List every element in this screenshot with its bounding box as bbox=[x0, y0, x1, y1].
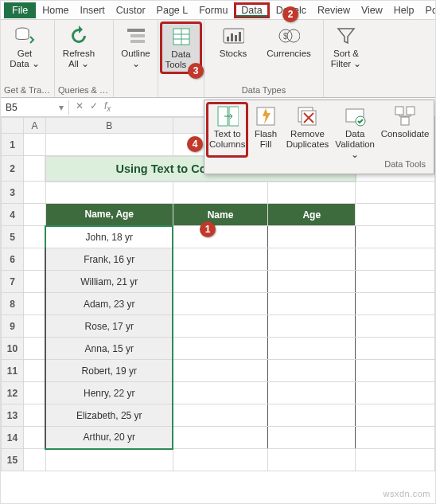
select-all-cell[interactable] bbox=[2, 118, 24, 134]
flash-fill-icon bbox=[255, 105, 277, 127]
data-validation-icon bbox=[344, 105, 366, 127]
cell[interactable]: William, 21 yr bbox=[45, 271, 173, 293]
cell[interactable]: John, 18 yr bbox=[45, 226, 173, 248]
row-header[interactable]: 8 bbox=[2, 293, 24, 315]
col-header[interactable]: A bbox=[23, 118, 45, 134]
currencies-icon: $ bbox=[278, 25, 300, 47]
row-header[interactable]: 12 bbox=[2, 382, 24, 404]
callout-2: 2 bbox=[282, 6, 298, 22]
tab-power[interactable]: Power bbox=[421, 2, 436, 18]
remove-duplicates-button[interactable]: RemoveDuplicates bbox=[285, 104, 331, 156]
svg-text:$: $ bbox=[283, 32, 288, 41]
table-header[interactable]: Name, Age bbox=[45, 204, 173, 226]
funnel-icon bbox=[335, 25, 357, 47]
cell[interactable] bbox=[173, 338, 268, 360]
tab-custom[interactable]: Custor bbox=[111, 2, 150, 18]
cell[interactable] bbox=[268, 226, 356, 248]
data-validation-button[interactable]: DataValidation ⌄ bbox=[333, 104, 376, 156]
tab-data[interactable]: Data bbox=[234, 2, 269, 18]
outline-button[interactable]: Outline⌄ bbox=[117, 23, 154, 71]
flash-fill-button[interactable]: FlashFill bbox=[250, 104, 281, 156]
svg-rect-11 bbox=[235, 35, 237, 41]
cell[interactable]: Frank, 16 yr bbox=[45, 248, 173, 271]
cell[interactable] bbox=[173, 382, 268, 404]
text-to-columns-button[interactable]: Text toColumns bbox=[208, 104, 247, 156]
callout-4: 4 bbox=[187, 136, 203, 152]
cell[interactable] bbox=[268, 360, 356, 382]
svg-rect-10 bbox=[231, 33, 233, 41]
database-arrow-icon bbox=[14, 25, 36, 47]
cell[interactable] bbox=[173, 404, 268, 427]
row-header[interactable]: 5 bbox=[2, 226, 24, 248]
consolidate-button[interactable]: Consolidate bbox=[380, 104, 430, 156]
row-header[interactable]: 14 bbox=[2, 427, 24, 449]
currencies-button[interactable]: $ Currencies bbox=[263, 23, 314, 61]
row-header[interactable]: 15 bbox=[2, 449, 24, 471]
cell[interactable] bbox=[173, 226, 268, 248]
stocks-button[interactable]: Stocks bbox=[208, 23, 259, 61]
enter-icon[interactable]: ✓ bbox=[90, 100, 98, 113]
get-data-button[interactable]: GetData ⌄ bbox=[4, 23, 45, 71]
cell[interactable] bbox=[268, 427, 356, 449]
col-header[interactable]: B bbox=[45, 118, 173, 134]
row-header[interactable]: 2 bbox=[2, 156, 24, 182]
svg-rect-27 bbox=[401, 117, 409, 125]
svg-rect-2 bbox=[130, 34, 145, 37]
cell[interactable]: Anna, 15 yr bbox=[45, 338, 173, 360]
refresh-all-button[interactable]: RefreshAll ⌄ bbox=[58, 23, 99, 71]
tab-page-layout[interactable]: Page L bbox=[152, 2, 193, 18]
consolidate-icon bbox=[394, 105, 416, 127]
cell[interactable] bbox=[268, 293, 356, 315]
row-header[interactable]: 7 bbox=[2, 271, 24, 293]
cell[interactable]: Robert, 19 yr bbox=[45, 360, 173, 382]
tab-home[interactable]: Home bbox=[37, 2, 73, 18]
row-header[interactable]: 6 bbox=[2, 248, 24, 271]
cell[interactable] bbox=[268, 382, 356, 404]
cell[interactable]: Arthur, 20 yr bbox=[45, 427, 173, 449]
cell[interactable] bbox=[268, 338, 356, 360]
tab-file[interactable]: File bbox=[4, 2, 36, 18]
row-header[interactable]: 13 bbox=[2, 404, 24, 427]
table-header[interactable]: Age bbox=[268, 204, 356, 226]
svg-rect-1 bbox=[127, 29, 145, 32]
data-tools-popup: Text toColumns FlashFill RemoveDuplicate… bbox=[204, 100, 434, 174]
tab-view[interactable]: View bbox=[356, 2, 387, 18]
tab-formulas[interactable]: Formu bbox=[194, 2, 232, 18]
tab-help[interactable]: Help bbox=[389, 2, 419, 18]
ribbon: GetData ⌄ Get & Transform… RefreshAll ⌄ … bbox=[1, 20, 435, 98]
cell[interactable] bbox=[173, 427, 268, 449]
row-header[interactable]: 1 bbox=[2, 134, 24, 156]
callout-1: 1 bbox=[200, 221, 216, 237]
tab-insert[interactable]: Insert bbox=[76, 2, 110, 18]
row-header[interactable]: 11 bbox=[2, 360, 24, 382]
row-header[interactable]: 4 bbox=[2, 204, 24, 226]
cell[interactable] bbox=[268, 404, 356, 427]
svg-point-14 bbox=[287, 29, 300, 42]
cell[interactable] bbox=[173, 248, 268, 271]
cell[interactable] bbox=[173, 315, 268, 338]
cell[interactable]: Henry, 22 yr bbox=[45, 382, 173, 404]
row-header[interactable]: 10 bbox=[2, 338, 24, 360]
cancel-icon[interactable]: ✕ bbox=[76, 100, 84, 113]
stocks-icon bbox=[222, 25, 244, 47]
tab-review[interactable]: Review bbox=[313, 2, 355, 18]
remove-duplicates-icon bbox=[296, 105, 318, 127]
ribbon-tabs: File Home Insert Custor Page L Formu Dat… bbox=[1, 1, 435, 20]
svg-rect-9 bbox=[227, 37, 229, 41]
fx-icon[interactable]: fx bbox=[104, 100, 111, 113]
cell[interactable] bbox=[173, 293, 268, 315]
cell[interactable] bbox=[268, 271, 356, 293]
cell[interactable]: Rose, 17 yr bbox=[45, 315, 173, 338]
row-header[interactable]: 3 bbox=[2, 182, 24, 204]
sort-filter-button[interactable]: Sort &Filter ⌄ bbox=[327, 23, 365, 71]
name-box[interactable]: B5 ▾ bbox=[1, 100, 69, 115]
chevron-down-icon: ▾ bbox=[59, 102, 64, 113]
cell[interactable] bbox=[173, 360, 268, 382]
cell[interactable] bbox=[268, 315, 356, 338]
cell[interactable]: Elizabeth, 25 yr bbox=[45, 404, 173, 427]
cell[interactable] bbox=[173, 271, 268, 293]
table-header[interactable]: Name bbox=[173, 204, 268, 226]
cell[interactable] bbox=[268, 248, 356, 271]
cell[interactable]: Adam, 23 yr bbox=[45, 293, 173, 315]
row-header[interactable]: 9 bbox=[2, 315, 24, 338]
